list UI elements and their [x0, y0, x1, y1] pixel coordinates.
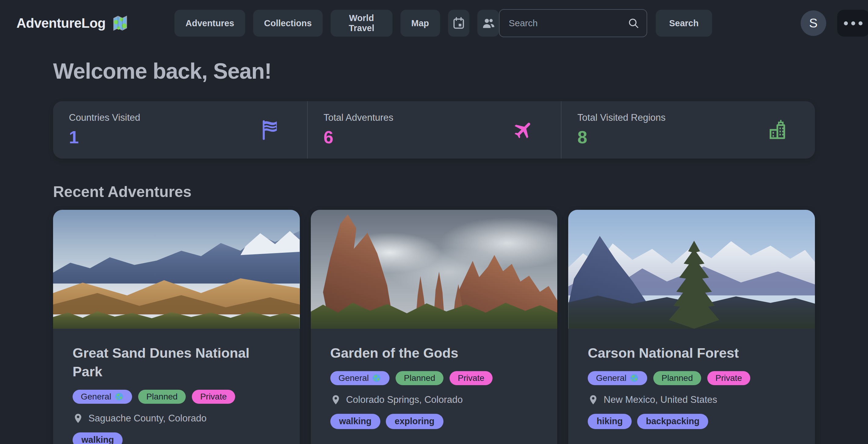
tag: hiking: [588, 414, 631, 429]
badge-general: General: [330, 371, 390, 385]
ellipsis-icon: [844, 21, 848, 25]
adventure-card[interactable]: Garden of the Gods GeneralPlannedPrivate…: [311, 210, 558, 444]
badge-row: GeneralPlannedPrivate: [588, 371, 796, 385]
adventure-cards-grid: Great Sand Dunes National Park GeneralPl…: [53, 210, 815, 444]
plane-icon: [513, 119, 535, 141]
location-row: Colorado Springs, Colorado: [330, 394, 538, 405]
stat-card: Total Adventures 6: [307, 101, 561, 159]
globe-icon: [372, 373, 381, 383]
navbar-right: S: [801, 10, 868, 37]
users-button[interactable]: [477, 10, 499, 37]
nav-item-collections[interactable]: Collections: [253, 10, 323, 37]
adventure-photo: [568, 210, 815, 329]
globe-icon: [114, 392, 124, 401]
brand[interactable]: AdventureLog: [17, 14, 129, 32]
adventure-title: Garden of the Gods: [330, 344, 538, 362]
search-area: Search: [499, 9, 712, 37]
nav-item-map[interactable]: Map: [400, 10, 440, 37]
tag: exploring: [386, 414, 443, 429]
stats-row: Countries Visited 1 Total Adventures 6 T…: [53, 101, 815, 159]
badge-planned: Planned: [396, 371, 443, 385]
location-row: New Mexico, United States: [588, 394, 796, 405]
globe-icon: [629, 373, 639, 383]
location-text: New Mexico, United States: [603, 394, 717, 405]
tag: backpacking: [637, 414, 709, 429]
badge-row: GeneralPlannedPrivate: [330, 371, 538, 385]
location-text: Saguache County, Colorado: [88, 413, 207, 424]
calendar-icon: [452, 16, 466, 30]
page-title: Welcome back, Sean!: [53, 59, 815, 84]
stat-card: Total Visited Regions 8: [561, 101, 815, 159]
city-icon: [767, 119, 789, 141]
badge-planned: Planned: [138, 390, 186, 404]
calendar-button[interactable]: [448, 10, 470, 37]
overflow-menu-button[interactable]: [837, 10, 868, 37]
location-row: Saguache County, Colorado: [72, 413, 280, 424]
location-text: Colorado Springs, Colorado: [346, 394, 463, 405]
tag-row: walkingexploring: [330, 414, 538, 429]
tag: walking: [72, 433, 123, 444]
adventure-title: Carson National Forest: [588, 344, 796, 362]
adventure-card[interactable]: Great Sand Dunes National Park GeneralPl…: [53, 210, 300, 444]
search-input[interactable]: [499, 9, 647, 37]
badge-general: General: [588, 371, 647, 385]
adventure-photo: [53, 210, 300, 329]
badge-row: GeneralPlannedPrivate: [72, 390, 280, 404]
pin-icon: [72, 413, 84, 424]
pin-icon: [588, 394, 599, 405]
adventure-card[interactable]: Carson National Forest GeneralPlannedPri…: [568, 210, 815, 444]
search-box: [499, 9, 647, 37]
search-button[interactable]: Search: [656, 10, 712, 37]
badge-general: General: [72, 390, 132, 404]
section-heading: Recent Adventures: [53, 183, 815, 201]
adventure-photo: [311, 210, 558, 329]
pin-icon: [330, 394, 341, 405]
navbar: AdventureLog Adventures Collections Worl…: [0, 0, 868, 46]
badge-planned: Planned: [653, 371, 701, 385]
tag-row: hikingbackpacking: [588, 414, 796, 429]
badge-private: Private: [450, 371, 493, 385]
stat-card: Countries Visited 1: [53, 101, 307, 159]
map-logo-icon: [112, 14, 129, 32]
adventure-title: Great Sand Dunes National Park: [72, 344, 280, 381]
badge-private: Private: [192, 390, 235, 404]
tag-row: walking: [72, 433, 280, 444]
flag-icon: [259, 119, 281, 141]
nav-links: Adventures Collections World Travel Map: [175, 10, 499, 37]
nav-item-world-travel[interactable]: World Travel: [331, 10, 392, 37]
avatar[interactable]: S: [801, 10, 826, 36]
tag: walking: [330, 414, 380, 429]
users-icon: [481, 16, 495, 30]
badge-private: Private: [707, 371, 750, 385]
nav-item-adventures[interactable]: Adventures: [175, 10, 245, 37]
main-content: Welcome back, Sean! Countries Visited 1 …: [0, 59, 868, 444]
brand-name: AdventureLog: [17, 15, 105, 31]
